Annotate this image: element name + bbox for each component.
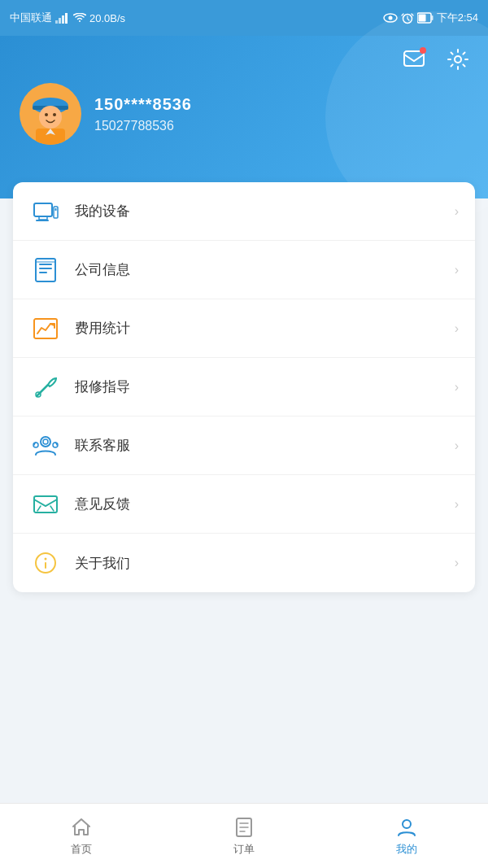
svg-rect-2 (62, 15, 64, 24)
svg-rect-25 (39, 268, 52, 269)
svg-rect-27 (34, 319, 57, 338)
mine-label: 我的 (396, 842, 417, 857)
menu-item-my-device[interactable]: 我的设备 › (13, 182, 475, 241)
feedback-icon (29, 488, 62, 521)
svg-rect-26 (39, 272, 47, 273)
menu-item-feedback[interactable]: 意见反馈 › (13, 475, 475, 534)
repair-guide-label: 报修指导 (75, 377, 455, 396)
avatar-icon (20, 83, 81, 145)
wifi-icon (73, 13, 86, 23)
about-us-label: 关于我们 (75, 554, 455, 573)
company-info-icon (29, 254, 62, 286)
svg-point-11 (455, 56, 461, 63)
my-device-icon (29, 195, 62, 228)
full-phone: 15027788536 (94, 119, 192, 133)
message-icon (403, 48, 425, 71)
svg-point-35 (45, 558, 47, 560)
menu-item-repair-guide[interactable]: 报修指导 › (13, 358, 475, 417)
svg-rect-20 (36, 220, 49, 221)
menu-item-cost-stats[interactable]: 费用统计 › (13, 299, 475, 358)
mine-icon (395, 816, 418, 839)
svg-point-29 (41, 437, 50, 447)
home-icon (70, 816, 93, 839)
svg-rect-1 (59, 18, 61, 24)
home-label: 首页 (71, 842, 92, 857)
header-actions (0, 36, 488, 75)
orders-icon (233, 816, 255, 839)
profile-info: 150****8536 15027788536 (94, 95, 192, 133)
nav-item-orders[interactable]: 订单 (163, 809, 325, 863)
about-us-arrow: › (455, 556, 459, 570)
nav-item-home[interactable]: 首页 (0, 809, 163, 863)
svg-rect-36 (45, 562, 46, 569)
bottom-nav: 首页 订单 我的 (0, 803, 488, 868)
contact-service-label: 联系客服 (75, 436, 455, 455)
speed-text: 20.0B/s (89, 12, 125, 24)
svg-point-16 (53, 113, 56, 116)
message-button[interactable] (399, 44, 429, 75)
carrier-text: 中国联通 (10, 11, 52, 25)
cost-stats-arrow: › (455, 321, 459, 336)
svg-rect-18 (34, 203, 52, 216)
settings-icon (447, 48, 469, 71)
settings-button[interactable] (442, 44, 473, 75)
my-device-label: 我的设备 (75, 202, 455, 220)
masked-phone: 150****8536 (94, 95, 192, 114)
svg-point-14 (39, 106, 62, 129)
feedback-arrow: › (455, 497, 459, 512)
svg-rect-24 (39, 264, 52, 265)
cost-stats-icon (29, 312, 62, 345)
contact-service-arrow: › (455, 438, 459, 453)
svg-rect-22 (55, 208, 57, 211)
menu-card: 我的设备 › 公司信息 › 费用统计 › (13, 182, 475, 592)
svg-rect-0 (55, 20, 58, 24)
menu-item-contact-service[interactable]: 联系客服 › (13, 417, 475, 475)
avatar (20, 83, 81, 145)
repair-guide-arrow: › (455, 380, 459, 395)
orders-label: 订单 (233, 842, 255, 857)
status-left: 中国联通 20.0B/s (10, 11, 125, 25)
repair-guide-icon (29, 371, 62, 403)
contact-service-icon (29, 430, 62, 462)
menu-item-about-us[interactable]: 关于我们 › (13, 534, 475, 592)
svg-point-30 (43, 439, 48, 444)
my-device-arrow: › (455, 204, 459, 219)
svg-point-15 (45, 113, 48, 116)
company-info-arrow: › (455, 263, 459, 277)
header: 150****8536 15027788536 (0, 36, 488, 198)
svg-rect-10 (404, 51, 424, 66)
notification-dot (420, 47, 426, 54)
about-us-icon (29, 547, 62, 579)
svg-point-41 (403, 820, 411, 828)
signal-icon (55, 12, 70, 24)
nav-item-mine[interactable]: 我的 (325, 809, 488, 863)
menu-item-company-info[interactable]: 公司信息 › (13, 241, 475, 299)
feedback-label: 意见反馈 (75, 495, 455, 513)
svg-rect-3 (65, 13, 68, 24)
svg-rect-19 (39, 216, 47, 220)
company-info-label: 公司信息 (75, 260, 455, 279)
profile-section: 150****8536 15027788536 (0, 75, 488, 161)
cost-stats-label: 费用统计 (75, 319, 455, 338)
